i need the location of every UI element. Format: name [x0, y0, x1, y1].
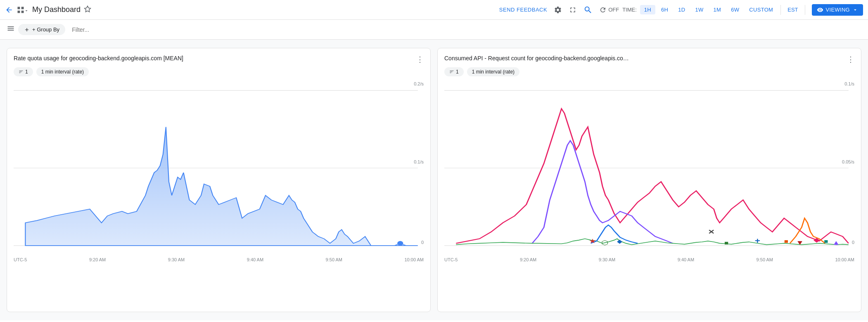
- chart-2-x4: 9:50 AM: [757, 257, 773, 262]
- chart-2-y-mid: 0.05/s: [842, 159, 854, 164]
- chart-2-x2: 9:30 AM: [599, 257, 615, 262]
- group-by-button[interactable]: + Group By: [18, 24, 65, 35]
- chart-1-x4: 9:50 AM: [326, 257, 342, 262]
- chart-2-x-axis: UTC-5 9:20 AM 9:30 AM 9:40 AM 9:50 AM 10…: [444, 256, 854, 262]
- chart-1-svg: [14, 81, 424, 255]
- svg-marker-0: [85, 6, 91, 12]
- time-btn-custom[interactable]: CUSTOM: [745, 5, 777, 14]
- chart-2-tag2-label: 1 min interval (rate): [472, 69, 515, 75]
- menu-icon[interactable]: [7, 24, 15, 35]
- time-btn-6w[interactable]: 6W: [727, 5, 743, 14]
- search-icon[interactable]: [583, 5, 593, 14]
- chart-1-y-bot: 0: [421, 240, 424, 245]
- back-button[interactable]: [5, 6, 13, 14]
- svg-text:✕: ✕: [708, 228, 715, 235]
- chart-2-x1: 9:20 AM: [520, 257, 536, 262]
- svg-point-4: [397, 241, 403, 246]
- chart-2-x0: UTC-5: [444, 257, 458, 262]
- send-feedback-link[interactable]: SEND FEEDBACK: [499, 7, 547, 13]
- chart-2-y-top: 0.1/s: [844, 81, 854, 86]
- chart-2-y-bot: 0: [852, 240, 854, 245]
- timezone-button[interactable]: EST: [784, 5, 801, 14]
- time-label: TIME:: [622, 7, 637, 13]
- settings-icon[interactable]: [554, 6, 562, 14]
- chart-1-y-mid: 0.1/s: [414, 159, 424, 164]
- chart-2-x5: 10:00 AM: [835, 257, 854, 262]
- chart-1-x2: 9:30 AM: [168, 257, 185, 262]
- chart-1-filter-tag[interactable]: 1: [14, 67, 33, 76]
- svg-text:▲: ▲: [832, 239, 840, 246]
- svg-text:+: +: [755, 237, 760, 245]
- chart-2-filter-tag[interactable]: 1: [444, 67, 464, 76]
- viewing-label: VIEWING: [826, 7, 850, 13]
- chart-2-area: 0.1/s 0.05/s 0 ★: [444, 81, 854, 255]
- header-right: TIME: 1H 6H 1D 1W 1M 6W CUSTOM EST VIEWI…: [622, 4, 863, 16]
- svg-text:■: ■: [724, 240, 728, 246]
- time-btn-1h[interactable]: 1H: [640, 5, 655, 14]
- chart-card-2: Consumed API - Request count for geocodi…: [437, 48, 861, 312]
- divider: [780, 5, 781, 15]
- time-btn-1d[interactable]: 1D: [674, 5, 689, 14]
- time-btn-1w[interactable]: 1W: [691, 5, 707, 14]
- chart-1-tags: 1 1 min interval (rate): [14, 67, 424, 76]
- filter-input[interactable]: [69, 25, 861, 35]
- chart-2-title: Consumed API - Request count for geocodi…: [444, 55, 629, 62]
- chart-1-x3: 9:40 AM: [247, 257, 263, 262]
- chart-2-x3: 9:40 AM: [678, 257, 694, 262]
- grid-icon[interactable]: [17, 6, 29, 14]
- svg-text:■: ■: [824, 238, 828, 244]
- chart-1-title: Rate quota usage for geocoding-backend.g…: [14, 55, 183, 62]
- header-left: My Dashboard: [5, 5, 496, 14]
- header: My Dashboard SEND FEEDBACK OFF TIME: 1H …: [0, 0, 868, 20]
- time-btn-1m[interactable]: 1M: [709, 5, 726, 14]
- divider2: [805, 5, 805, 15]
- chart-card-1: Rate quota usage for geocoding-backend.g…: [7, 48, 431, 312]
- chart-2-more-button[interactable]: ⋮: [847, 55, 854, 64]
- refresh-toggle[interactable]: OFF: [599, 6, 619, 14]
- viewing-button[interactable]: VIEWING: [812, 4, 863, 16]
- chart-1-x5: 10:00 AM: [404, 257, 423, 262]
- chart-2-interval-tag[interactable]: 1 min interval (rate): [467, 67, 519, 76]
- chart-1-more-button[interactable]: ⋮: [416, 55, 424, 64]
- svg-text:◆: ◆: [813, 236, 820, 243]
- header-center: SEND FEEDBACK OFF: [499, 5, 619, 14]
- chart-1-area: 0.2/s 0.1/s 0: [14, 81, 424, 255]
- star-icon[interactable]: [84, 5, 91, 14]
- svg-text:⬡: ⬡: [601, 239, 609, 246]
- refresh-label: OFF: [608, 7, 619, 13]
- chart-1-x-axis: UTC-5 9:20 AM 9:30 AM 9:40 AM 9:50 AM 10…: [14, 256, 424, 262]
- chart-1-tag2-label: 1 min interval (rate): [41, 69, 84, 75]
- chart-2-svg: ★ ⬡ ◆ ✕ ■ + ■ ▼ ◆ ■ ▲: [444, 81, 854, 255]
- chart-2-tag1-label: 1: [456, 69, 459, 75]
- chart-1-y-top: 0.2/s: [414, 81, 424, 86]
- svg-text:▼: ▼: [796, 239, 804, 246]
- group-by-label: + Group By: [32, 26, 59, 33]
- chart-1-header: Rate quota usage for geocoding-backend.g…: [14, 55, 424, 64]
- fullscreen-icon[interactable]: [569, 6, 577, 14]
- chart-1-interval-tag[interactable]: 1 min interval (rate): [36, 67, 89, 76]
- main-content: Rate quota usage for geocoding-backend.g…: [0, 40, 868, 320]
- chart-2-tags: 1 1 min interval (rate): [444, 67, 854, 76]
- toolbar: + Group By: [0, 20, 868, 40]
- dashboard-title: My Dashboard: [32, 5, 81, 14]
- chart-2-header: Consumed API - Request count for geocodi…: [444, 55, 854, 64]
- svg-text:★: ★: [589, 237, 596, 244]
- time-btn-6h[interactable]: 6H: [657, 5, 672, 14]
- chart-1-x0: UTC-5: [14, 257, 27, 262]
- chart-1-x1: 9:20 AM: [89, 257, 106, 262]
- svg-text:■: ■: [784, 238, 788, 244]
- chart-1-tag1-label: 1: [25, 69, 28, 75]
- svg-text:◆: ◆: [617, 238, 622, 244]
